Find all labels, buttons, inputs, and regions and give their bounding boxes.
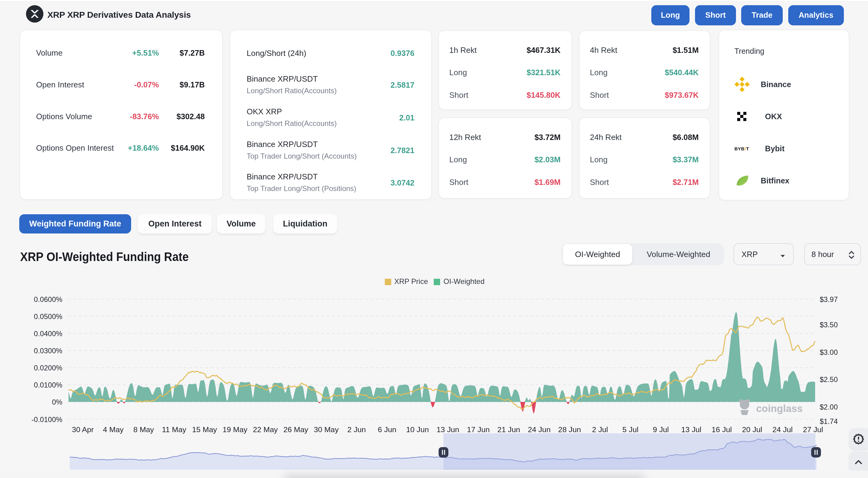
svg-text:13 Jun: 13 Jun: [436, 425, 459, 434]
svg-text:21 Jun: 21 Jun: [497, 425, 520, 434]
svg-text:$2.50: $2.50: [820, 376, 838, 384]
svg-text:8 May: 8 May: [133, 425, 154, 434]
svg-text:0.0500%: 0.0500%: [34, 313, 62, 321]
svg-text:4 May: 4 May: [103, 425, 124, 434]
svg-text:$2.00: $2.00: [820, 403, 838, 411]
svg-text:5 Jul: 5 Jul: [623, 425, 639, 434]
svg-text:9 Jul: 9 Jul: [653, 425, 669, 434]
svg-text:coinglass: coinglass: [756, 403, 803, 414]
svg-text:19 May: 19 May: [222, 425, 248, 434]
svg-text:30 May: 30 May: [314, 425, 339, 434]
svg-text:0%: 0%: [52, 398, 62, 406]
svg-text:28 Jun: 28 Jun: [558, 425, 581, 434]
svg-text:13 Jul: 13 Jul: [681, 425, 702, 434]
svg-text:$3.50: $3.50: [820, 321, 838, 329]
svg-text:30 Apr: 30 Apr: [72, 425, 94, 434]
svg-text:0.0100%: 0.0100%: [34, 381, 62, 389]
svg-text:15 May: 15 May: [192, 425, 217, 434]
svg-text:26 May: 26 May: [283, 425, 308, 434]
svg-text:6 Jun: 6 Jun: [378, 425, 396, 434]
svg-text:10 Jun: 10 Jun: [406, 425, 429, 434]
svg-text:0.0200%: 0.0200%: [34, 364, 62, 372]
svg-text:$3.00: $3.00: [820, 348, 838, 356]
svg-text:11 May: 11 May: [162, 425, 186, 434]
svg-text:24 Jun: 24 Jun: [528, 425, 551, 434]
svg-text:-0.0100%: -0.0100%: [31, 416, 62, 424]
svg-text:2 Jun: 2 Jun: [347, 425, 366, 434]
svg-text:24 Jul: 24 Jul: [772, 425, 793, 434]
svg-text:16 Jul: 16 Jul: [712, 425, 732, 434]
svg-text:2 Jul: 2 Jul: [592, 425, 608, 434]
svg-text:0.0300%: 0.0300%: [34, 347, 62, 355]
svg-text:0.0400%: 0.0400%: [34, 330, 62, 338]
svg-text:0.0600%: 0.0600%: [34, 295, 62, 304]
svg-text:17 Jun: 17 Jun: [467, 425, 490, 434]
svg-text:$1.74: $1.74: [820, 417, 838, 425]
svg-text:20 Jul: 20 Jul: [742, 425, 762, 434]
svg-text:22 May: 22 May: [253, 425, 278, 434]
svg-text:27 Jul: 27 Jul: [803, 425, 823, 434]
svg-text:$3.97: $3.97: [820, 295, 838, 304]
